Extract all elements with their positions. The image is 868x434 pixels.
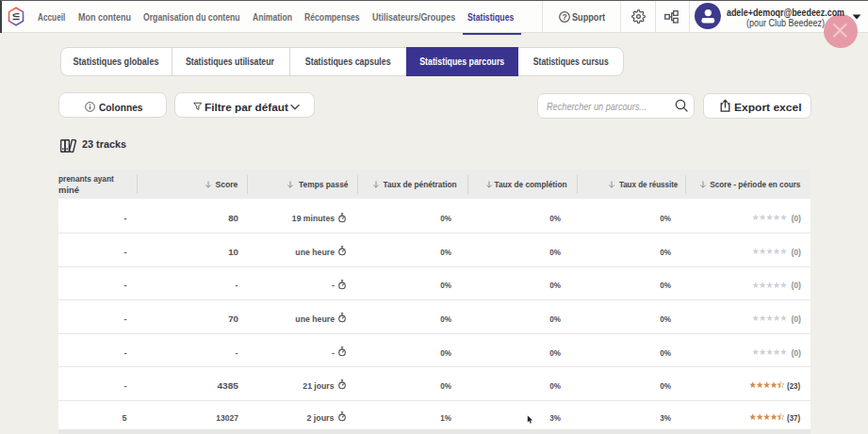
svg-text:?: ?: [562, 12, 566, 22]
